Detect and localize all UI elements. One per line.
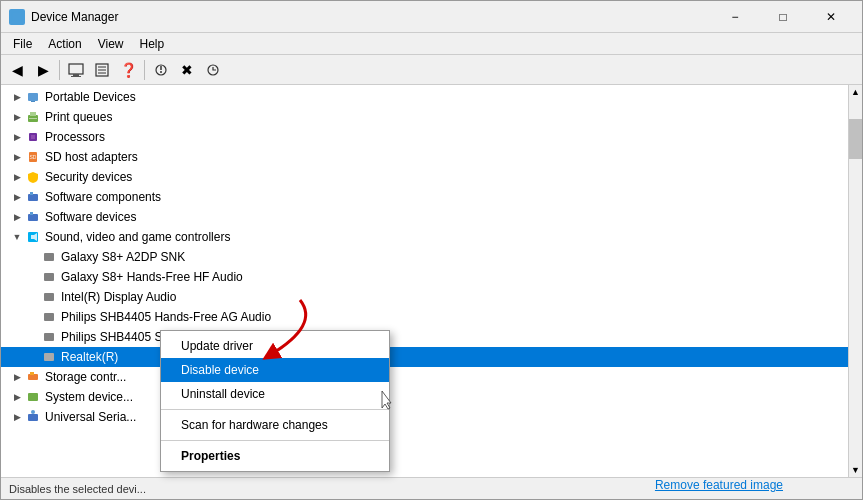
title-bar: Device Manager − □ ✕ <box>1 1 862 33</box>
toggle-print[interactable]: ▶ <box>9 109 25 125</box>
toolbar-separator-2 <box>144 60 145 80</box>
tree-item-philips-stereo[interactable]: Philips SHB4405 Stereo <box>1 327 848 347</box>
remove-featured-image-link[interactable]: Remove featured image <box>655 478 783 492</box>
label-realtek: Realtek(R) <box>61 350 118 364</box>
svg-rect-3 <box>69 64 83 74</box>
context-menu: Update driver Disable device Uninstall d… <box>160 330 390 472</box>
scroll-up[interactable]: ▲ <box>849 85 862 99</box>
svg-rect-17 <box>30 112 36 116</box>
tree-item-processors[interactable]: ▶ Processors <box>1 127 848 147</box>
toggle-storage[interactable]: ▶ <box>9 369 25 385</box>
tree-item-software-components[interactable]: ▶ Software components <box>1 187 848 207</box>
uninstall-button[interactable]: ✖ <box>175 58 199 82</box>
tree-item-print[interactable]: ▶ Print queues <box>1 107 848 127</box>
icon-sd: SD <box>25 149 41 165</box>
svg-rect-0 <box>12 12 22 20</box>
toggle-sd[interactable]: ▶ <box>9 149 25 165</box>
menu-view[interactable]: View <box>90 35 132 53</box>
maximize-button[interactable]: □ <box>760 3 806 31</box>
label-processors: Processors <box>45 130 105 144</box>
ctx-uninstall-device[interactable]: Uninstall device <box>161 382 389 406</box>
help-button[interactable]: ❓ <box>116 58 140 82</box>
update-button[interactable] <box>149 58 173 82</box>
svg-rect-32 <box>44 333 54 341</box>
toggle-system[interactable]: ▶ <box>9 389 25 405</box>
scrollbar-thumb[interactable] <box>849 119 862 159</box>
tree-item-intel-display[interactable]: Intel(R) Display Audio <box>1 287 848 307</box>
back-button[interactable]: ◀ <box>5 58 29 82</box>
menu-help[interactable]: Help <box>132 35 173 53</box>
icon-philips-stereo <box>41 329 57 345</box>
app-icon <box>9 9 25 25</box>
tree-item-galaxy-a2dp[interactable]: Galaxy S8+ A2DP SNK <box>1 247 848 267</box>
svg-rect-15 <box>31 101 35 102</box>
svg-point-38 <box>31 410 35 414</box>
tree-item-philips-ag[interactable]: Philips SHB4405 Hands-Free AG Audio <box>1 307 848 327</box>
label-software-components: Software components <box>45 190 161 204</box>
menu-action[interactable]: Action <box>40 35 89 53</box>
tree-item-universal[interactable]: ▶ Universal Seria... <box>1 407 848 427</box>
icon-galaxy-hf <box>41 269 57 285</box>
svg-rect-31 <box>44 313 54 321</box>
svg-rect-14 <box>28 93 38 101</box>
toggle-sound[interactable]: ▼ <box>9 229 25 245</box>
ctx-update-driver[interactable]: Update driver <box>161 334 389 358</box>
close-button[interactable]: ✕ <box>808 3 854 31</box>
tree-item-galaxy-hf[interactable]: Galaxy S8+ Hands-Free HF Audio <box>1 267 848 287</box>
svg-rect-24 <box>30 192 33 195</box>
scroll-down[interactable]: ▼ <box>849 463 862 477</box>
label-storage: Storage contr... <box>45 370 126 384</box>
icon-storage <box>25 369 41 385</box>
status-text: Disables the selected devi... <box>9 483 146 495</box>
tree-item-software-devices[interactable]: ▶ Software devices <box>1 207 848 227</box>
icon-software-components <box>25 189 41 205</box>
scan-button[interactable] <box>201 58 225 82</box>
tree-item-security[interactable]: ▶ Security devices <box>1 167 848 187</box>
tree-item-sound[interactable]: ▼ Sound, video and game controllers <box>1 227 848 247</box>
label-software-devices: Software devices <box>45 210 136 224</box>
minimize-button[interactable]: − <box>712 3 758 31</box>
toggle-processors[interactable]: ▶ <box>9 129 25 145</box>
svg-rect-23 <box>28 194 38 201</box>
svg-rect-30 <box>44 293 54 301</box>
ctx-separator-1 <box>161 409 389 410</box>
tree-item-storage[interactable]: ▶ Storage contr... <box>1 367 848 387</box>
scrollbar[interactable]: ▲ ▼ <box>848 85 862 477</box>
icon-portable <box>25 89 41 105</box>
tree-item-portable[interactable]: ▶ Portable Devices <box>1 87 848 107</box>
window-controls: − □ ✕ <box>712 3 854 31</box>
ctx-properties[interactable]: Properties <box>161 444 389 468</box>
list-button[interactable] <box>90 58 114 82</box>
label-philips-ag: Philips SHB4405 Hands-Free AG Audio <box>61 310 271 324</box>
toggle-security[interactable]: ▶ <box>9 169 25 185</box>
icon-universal <box>25 409 41 425</box>
toggle-portable[interactable]: ▶ <box>9 89 25 105</box>
window-title: Device Manager <box>31 10 712 24</box>
toggle-software-devices[interactable]: ▶ <box>9 209 25 225</box>
icon-system <box>25 389 41 405</box>
toolbar: ◀ ▶ ❓ ✖ <box>1 55 862 85</box>
tree-item-system[interactable]: ▶ System device... <box>1 387 848 407</box>
toggle-software-components[interactable]: ▶ <box>9 189 25 205</box>
toolbar-separator-1 <box>59 60 60 80</box>
device-tree[interactable]: ▶ Portable Devices ▶ Print queues ▶ Proc… <box>1 85 848 477</box>
menu-file[interactable]: File <box>5 35 40 53</box>
computer-button[interactable] <box>64 58 88 82</box>
svg-rect-2 <box>13 22 21 23</box>
ctx-scan-hardware[interactable]: Scan for hardware changes <box>161 413 389 437</box>
svg-rect-4 <box>73 74 79 76</box>
label-print: Print queues <box>45 110 112 124</box>
svg-rect-18 <box>29 118 37 119</box>
icon-software-devices <box>25 209 41 225</box>
icon-philips-ag <box>41 309 57 325</box>
label-portable: Portable Devices <box>45 90 136 104</box>
ctx-disable-device[interactable]: Disable device <box>161 358 389 382</box>
label-galaxy-a2dp: Galaxy S8+ A2DP SNK <box>61 250 185 264</box>
forward-button[interactable]: ▶ <box>31 58 55 82</box>
ctx-separator-2 <box>161 440 389 441</box>
tree-item-sd[interactable]: ▶ SD SD host adapters <box>1 147 848 167</box>
tree-item-realtek[interactable]: Realtek(R) <box>1 347 848 367</box>
svg-text:SD: SD <box>30 154 37 160</box>
toggle-universal[interactable]: ▶ <box>9 409 25 425</box>
svg-rect-20 <box>31 135 35 139</box>
